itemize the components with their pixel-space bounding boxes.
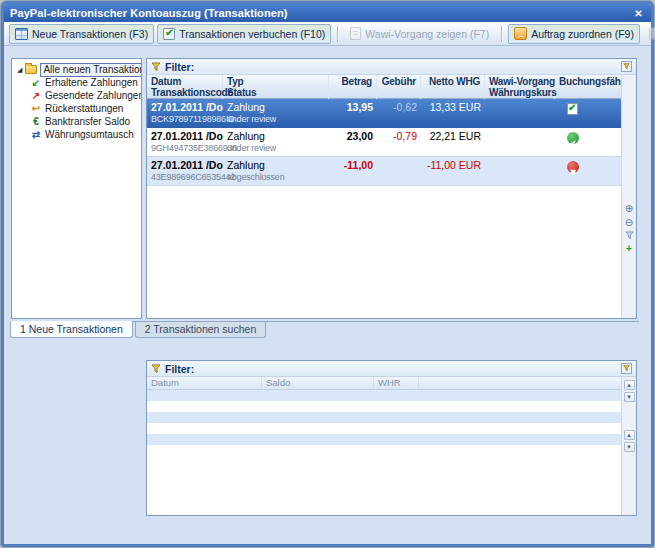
bank-transfer-icon: € xyxy=(30,116,42,127)
tree-item-rueckerstattungen[interactable]: ↩ Rückerstattungen xyxy=(13,102,140,115)
empty-row xyxy=(147,390,621,401)
tree-item-label: Währungsumtausch xyxy=(45,129,134,141)
saldo-header-row: Datum Saldo WHR xyxy=(147,377,621,390)
close-button[interactable]: ✕ xyxy=(630,6,647,20)
tree-item-alle-neuen-transaktionen[interactable]: ◢ Alle neuen Transaktionen xyxy=(13,63,140,76)
transaction-row[interactable]: 27.01.2011 /Do43E989696C6535442 Zahlunga… xyxy=(147,157,621,186)
saldo-column-saldo[interactable]: Saldo xyxy=(262,377,374,389)
filter-label: Filter: xyxy=(165,363,194,375)
transactions-grid: Filter: DatumTransaktionscode TypStatus … xyxy=(146,58,637,319)
saldo-side-strip: ▲ ▼ ▲ ▼ xyxy=(621,377,636,515)
tab-transaktionen-suchen[interactable]: 2 Transaktionen suchen xyxy=(135,322,267,338)
scroll-down-icon[interactable]: ▼ xyxy=(624,392,635,402)
zoom-out-icon[interactable]: ⊖ xyxy=(625,217,633,228)
empty-row xyxy=(147,401,621,412)
saldo-column-datum[interactable]: Datum xyxy=(147,377,262,389)
filter-options-icon[interactable] xyxy=(621,61,632,72)
toolbar: Neue Transaktionen (F3) Transaktionen ve… xyxy=(4,22,651,46)
unassign-icon xyxy=(649,27,655,40)
filter-funnel-icon xyxy=(623,365,630,372)
empty-row xyxy=(147,445,621,456)
assign-order-button[interactable]: Auftrag zuordnen (F9) xyxy=(508,24,640,44)
filter-label: Filter: xyxy=(165,61,194,73)
button-label: Neue Transaktionen (F3) xyxy=(32,28,148,40)
column-header-datum[interactable]: DatumTransaktionscode xyxy=(147,75,223,99)
empty-row xyxy=(147,412,621,423)
tree-item-label: Alle neuen Transaktionen xyxy=(40,63,142,77)
saldo-filter-bar: Filter: xyxy=(147,361,636,377)
transactions-header-row: DatumTransaktionscode TypStatus Betrag G… xyxy=(147,75,621,99)
remove-order-assignment-button: Löschen Zuordnung Auftrag (F4) xyxy=(643,24,655,44)
tree-item-erhaltene-zahlungen[interactable]: ↙ Erhaltene Zahlungen xyxy=(13,76,140,89)
column-header-typ[interactable]: TypStatus xyxy=(223,75,329,99)
window-title: PayPal-elektronischer Kontoauszug (Trans… xyxy=(10,7,288,19)
filter-funnel-icon xyxy=(623,63,630,70)
titlebar: PayPal-elektronischer Kontoauszug (Trans… xyxy=(4,4,651,22)
tab-strip: 1 Neue Transaktionen 2 Transaktionen suc… xyxy=(10,321,639,340)
transaction-row[interactable]: 27.01.2011 /Do9GH494735E3866936 Zahlungu… xyxy=(147,128,621,157)
not-bookable-icon xyxy=(567,161,579,173)
saldo-column-whr[interactable]: WHR xyxy=(374,377,419,389)
scroll-up-icon[interactable]: ▲ xyxy=(624,430,635,440)
table-new-icon xyxy=(15,28,28,40)
sent-payments-icon: ↗ xyxy=(30,90,42,101)
button-label: Transaktionen verbuchen (F10) xyxy=(179,28,325,40)
button-label: Auftrag zuordnen (F9) xyxy=(531,28,634,40)
tree-item-label: Banktransfer Saldo xyxy=(45,116,130,128)
column-header-netto-whg[interactable]: Netto WHG xyxy=(421,75,485,99)
transaction-row[interactable]: 27.01.2011 /DoBCK978971198986ID Zahlungu… xyxy=(147,99,621,128)
check-circle-icon xyxy=(567,132,579,144)
expander-icon[interactable]: ◢ xyxy=(17,66,22,73)
toolbar-separator xyxy=(501,26,502,42)
scroll-up-icon[interactable]: ▲ xyxy=(624,380,635,390)
toolbar-separator xyxy=(337,26,338,42)
show-wawi-order-button: Wawi-Vorgang zeigen (F7) xyxy=(344,24,495,44)
add-icon[interactable]: + xyxy=(626,243,632,254)
currency-exchange-icon: ⇄ xyxy=(30,129,42,140)
book-check-icon xyxy=(163,28,175,40)
grid-side-strip: ⊕ ⊖ + xyxy=(621,75,636,318)
column-header-wawi-vorgang[interactable]: Wawi-VorgangWährungskurs xyxy=(485,75,555,99)
zoom-in-icon[interactable]: ⊕ xyxy=(625,203,633,214)
transactions-filter-bar: Filter: xyxy=(147,59,636,75)
filter-funnel-icon[interactable] xyxy=(625,231,634,240)
column-header-gebuehr[interactable]: Gebühr xyxy=(377,75,421,99)
button-label: Wawi-Vorgang zeigen (F7) xyxy=(365,28,489,40)
tree-item-label: Rückerstattungen xyxy=(45,103,123,115)
saldo-panel: Filter: Datum Saldo WHR ▲ ▼ ▲ ▼ xyxy=(146,360,637,516)
column-header-betrag[interactable]: Betrag xyxy=(329,75,377,99)
document-icon xyxy=(350,27,361,40)
tree-item-label: Erhaltene Zahlungen xyxy=(45,77,138,89)
tree-item-gesendete-zahlungen[interactable]: ↗ Gesendete Zahlungen xyxy=(13,89,140,102)
empty-row xyxy=(147,434,621,445)
assign-icon xyxy=(514,27,527,40)
tree-item-waehrungsumtausch[interactable]: ⇄ Währungsumtausch xyxy=(13,128,140,141)
filter-options-icon[interactable] xyxy=(621,363,632,374)
bookable-icon xyxy=(567,103,578,115)
new-transactions-button[interactable]: Neue Transaktionen (F3) xyxy=(9,24,154,44)
app-window: PayPal-elektronischer Kontoauszug (Trans… xyxy=(1,1,654,547)
tree-item-label: Gesendete Zahlungen xyxy=(45,90,142,102)
received-payments-icon: ↙ xyxy=(30,77,42,88)
refund-icon: ↩ xyxy=(30,103,42,114)
scroll-down-icon[interactable]: ▼ xyxy=(624,442,635,452)
empty-row xyxy=(147,423,621,434)
transaction-category-tree: ◢ Alle neuen Transaktionen ↙ Erhaltene Z… xyxy=(11,58,142,319)
tree-item-banktransfer-saldo[interactable]: € Banktransfer Saldo xyxy=(13,115,140,128)
tab-neue-transaktionen[interactable]: 1 Neue Transaktionen xyxy=(10,321,133,338)
folder-icon xyxy=(25,65,37,74)
post-transactions-button[interactable]: Transaktionen verbuchen (F10) xyxy=(157,24,331,44)
filter-funnel-icon xyxy=(151,364,161,374)
filter-funnel-icon xyxy=(151,62,161,72)
